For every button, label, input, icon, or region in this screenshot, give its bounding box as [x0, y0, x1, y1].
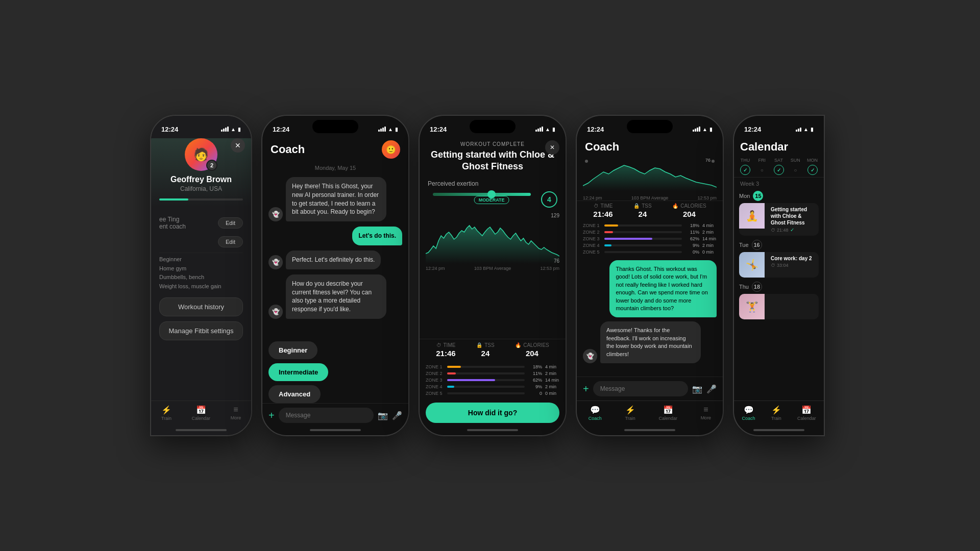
chart-times: 12:24 pm 103 BPM Average 12:53 pm: [426, 266, 559, 271]
phone5-shell: 12:24 ▲ ▮ Calendar THU ✓ FRI: [733, 115, 825, 436]
p4-cal-label: CALORIES: [680, 203, 706, 209]
close-button[interactable]: ✕: [231, 138, 245, 153]
p4-chat-bubble-sent: Thanks Ghost. This workout was good! Lot…: [609, 260, 717, 317]
sun-circle: ○: [790, 165, 800, 175]
cal-tue-card[interactable]: 🤸 Core work: day 2 ⏱ 33:04: [739, 252, 819, 278]
p4-camera-button[interactable]: 📷: [692, 384, 702, 394]
stat-calories: 🔥 CALORIES 204: [515, 342, 549, 358]
cal-mon-num: 15: [753, 191, 763, 201]
phone4-status-icons: ▲ ▮: [693, 127, 713, 132]
fitbit-settings-button[interactable]: Manage Fitbit settings: [159, 321, 243, 340]
zone-3-bar-wrap: [447, 379, 525, 381]
p4-nav-train[interactable]: ⚡ Train: [625, 405, 635, 421]
zone-4-bar-wrap: [447, 386, 525, 388]
clock-icon-mon: ⏱: [771, 228, 775, 233]
ghost-avatar-3: 👻: [268, 255, 283, 269]
p4-zone-1: ZONE 1 18% 4 min: [583, 223, 717, 228]
exertion-slider[interactable]: MODERATE: [433, 193, 531, 196]
p4-more-icon: ≡: [703, 405, 708, 414]
phone4-stats: ⏱ TIME 21:46 🔒 TSS 24 🔥 CALORIES: [577, 201, 723, 220]
p4-tss-value: 24: [639, 210, 647, 218]
zone-2-pct: 11%: [528, 371, 542, 376]
zone-3-label: ZONE 3: [426, 378, 444, 383]
zone-5-pct: 0: [528, 391, 542, 396]
p5-nav-calendar[interactable]: 📅 Calendar: [797, 405, 816, 421]
cal-thu-label: Thu: [739, 284, 749, 290]
phone4-screen: 12:24 ▲ ▮ Coach 76: [577, 116, 723, 435]
nav-calendar[interactable]: 📅 Calendar: [192, 405, 211, 421]
chart-time-start: 12:24 pm: [426, 266, 445, 271]
battery-icon3: ▮: [552, 127, 555, 132]
tss-icon: 🔒: [476, 342, 482, 348]
phone5-time: 12:24: [744, 126, 761, 133]
cal-thu-img: 🏋: [739, 294, 765, 319]
p4-cal-icon: 🔥 CALORIES: [672, 203, 706, 209]
phone2-time: 12:24: [273, 126, 289, 133]
p4-add-button[interactable]: +: [583, 383, 589, 395]
zone-1-time: 4 min: [545, 364, 559, 369]
cal-tue-img: 🤸: [739, 252, 765, 278]
message-input[interactable]: [279, 408, 374, 423]
phone1-screen: 12:24 ▲ ▮ ✕ 🧑 2 Geoffrey Brown Californi…: [151, 116, 251, 435]
workout-close-button[interactable]: ✕: [545, 140, 559, 155]
mic-button[interactable]: 🎤: [392, 411, 402, 420]
p4-nav-coach[interactable]: 💬 Coach: [589, 405, 602, 421]
p5-nav-coach[interactable]: 💬 Coach: [742, 405, 755, 421]
zones-section: ZONE 1 18% 4 min ZONE 2 11% 2 min ZONE 3…: [420, 361, 566, 399]
workout-title: Getting started with Chloe & Ghost Fitne…: [428, 149, 557, 173]
intermediate-option[interactable]: Intermediate: [268, 363, 328, 381]
p5-train-icon: ⚡: [771, 405, 781, 415]
zone-2-time: 2 min: [545, 371, 559, 376]
workout-history-button[interactable]: Workout history: [159, 297, 243, 316]
p4-z5-label: ZONE 5: [583, 249, 601, 255]
chart-container: 129 76: [426, 213, 559, 264]
mon-label: MON: [807, 158, 818, 163]
p4-train-label: Train: [625, 416, 635, 421]
p4-nav-more[interactable]: ≡ More: [701, 405, 712, 421]
add-button[interactable]: +: [268, 410, 275, 421]
zone-row-5: ZONE 5 0 0 min: [426, 391, 559, 396]
signal-icon4: [693, 127, 700, 132]
sat-label: SAT: [774, 158, 783, 163]
phone3-screen: 12:24 ▲ ▮ ✕ WORKOUT COMPLETE Getting sta…: [420, 116, 566, 435]
edit-coach-button[interactable]: Edit: [218, 217, 243, 229]
phone1-time: 12:24: [161, 126, 178, 133]
advanced-option[interactable]: Advanced: [268, 385, 321, 403]
cal-thu-num: 18: [752, 282, 762, 292]
nav-more[interactable]: ≡ More: [231, 405, 241, 421]
chart-time-end: 12:53 pm: [540, 266, 559, 271]
weekday-sat: SAT ✓: [774, 158, 784, 175]
p4-z2-label: ZONE 2: [583, 230, 601, 235]
chat-bubble-4: How do you describe your current fitness…: [286, 274, 386, 319]
p4-mic-button[interactable]: 🎤: [706, 384, 717, 394]
edit-profile-button[interactable]: Edit: [218, 236, 243, 247]
camera-button[interactable]: 📷: [378, 411, 388, 420]
cal-mon-card[interactable]: 🧘 Getting started with Chloe & Ghost Fit…: [739, 203, 819, 236]
p4-nav-calendar[interactable]: 📅 Calendar: [658, 405, 677, 421]
how-did-it-go-button[interactable]: How did it go?: [426, 403, 559, 423]
cal-mon-label: Mon: [739, 193, 750, 199]
calories-value: 204: [526, 349, 538, 358]
phone4-max-bpm: 76: [705, 158, 710, 163]
nav-train[interactable]: ⚡ Train: [161, 405, 172, 421]
p4-chat-row-2: 👻 Awesome! Thanks for the feedback. I'll…: [583, 321, 717, 363]
phone4-time-start: 12:24 pm: [583, 195, 602, 201]
perceived-score: 4: [541, 191, 557, 208]
zone-row-2: ZONE 2 11% 2 min: [426, 371, 559, 376]
cal-thu-section: Thu 18 🏋: [739, 282, 819, 319]
zone-5-label: ZONE 5: [426, 391, 444, 396]
calendar-header: Calendar: [734, 138, 824, 156]
p4-tss-label: TSS: [642, 203, 651, 209]
beginner-option[interactable]: Beginner: [268, 341, 317, 359]
p5-nav-train[interactable]: ⚡ Train: [771, 405, 781, 421]
tss-label: TSS: [484, 342, 494, 348]
cal-thu-card[interactable]: 🏋: [739, 294, 819, 319]
p4-zone-2: ZONE 2 11% 2 min: [583, 230, 717, 235]
more-icon: ≡: [233, 405, 238, 414]
p4-tss-icon: 🔒 TSS: [633, 203, 651, 209]
zone-4-bar: [447, 386, 454, 388]
zone-2-bar: [447, 372, 456, 374]
hr-dot-right: [712, 160, 715, 163]
p4-message-input[interactable]: [593, 381, 688, 396]
phone1-status-icons: ▲ ▮: [221, 127, 241, 132]
